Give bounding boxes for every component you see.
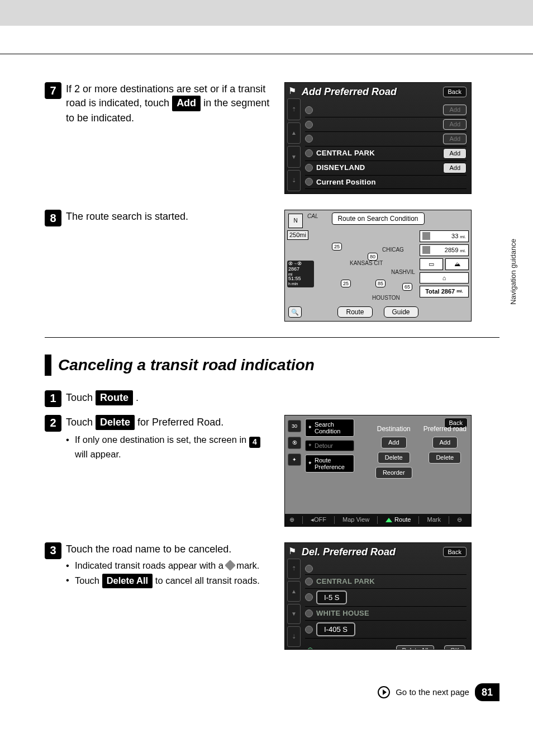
road-name-button[interactable]: I-405 S: [316, 622, 355, 637]
info-icon-a[interactable]: ▭: [420, 258, 443, 270]
cstep1-text: Touch Route .: [66, 390, 271, 405]
list-item[interactable]: WHITE HOUSE: [305, 607, 467, 621]
add-keyword: Add: [172, 96, 201, 111]
column-title: Destination: [377, 424, 411, 433]
list-item[interactable]: I-5 S: [305, 589, 467, 607]
scroll-down-icon[interactable]: ▼: [287, 604, 301, 625]
route-menu-item[interactable]: ✦Search Condition: [305, 419, 354, 437]
list-item-label: CENTRAL PARK: [316, 577, 467, 587]
cstep3-b2-a: Touch: [75, 575, 102, 585]
list-item[interactable]: Add: [305, 132, 467, 147]
cstep2-bullet-b: will appear.: [75, 449, 121, 459]
triangle-up-icon: [386, 518, 392, 522]
scroll-up-icon[interactable]: ▲: [287, 581, 301, 602]
step-number-2: 2: [45, 415, 61, 432]
list-item[interactable]: [305, 563, 467, 575]
menu-icon: ✦: [308, 425, 312, 431]
shield-1: 25: [332, 243, 342, 251]
left-icon-a[interactable]: ⦿: [288, 437, 301, 449]
zoom-out-icon[interactable]: ⊕: [289, 516, 294, 524]
scroll-bottom-icon[interactable]: ⇣: [287, 170, 301, 192]
side-tab-label: Navigation guidance: [510, 239, 517, 305]
cstep3-text-main: Touch the road name to be canceled.: [66, 544, 231, 555]
toll-icon: [422, 232, 430, 240]
step-number-1: 1: [45, 390, 61, 407]
compass-icon[interactable]: N: [288, 214, 303, 228]
road-icon: [422, 246, 430, 254]
waypoint-dot-icon: [305, 164, 313, 172]
guide-button[interactable]: Guide: [384, 306, 418, 318]
waypoint-dot-icon: [305, 593, 313, 601]
delete-all-button[interactable]: Delete All: [396, 645, 434, 650]
info-unit-1: mi.: [460, 234, 466, 239]
bottom-off[interactable]: ◂OFF: [311, 516, 326, 524]
route-columns: DestinationAddDeleteReorderPreferred roa…: [375, 424, 467, 479]
add-button[interactable]: Add: [443, 134, 467, 144]
reorder-button[interactable]: Reorder: [375, 467, 412, 479]
cstep2-bullet-a: If only one destination is set, the scre…: [75, 434, 249, 445]
screen-title: Add Preferred Road: [302, 85, 397, 98]
step-ref-4: 4: [249, 437, 260, 448]
info-icon-b[interactable]: ⛰: [445, 258, 469, 270]
waypoint-dot-icon: [305, 578, 313, 585]
scroll-top-icon[interactable]: ⇡: [287, 559, 301, 579]
info-val-1: 33: [451, 233, 458, 239]
route-menu-item[interactable]: ✦Route Preference: [305, 455, 354, 472]
waypoint-dot-icon: [305, 609, 313, 617]
list-item[interactable]: CENTRAL PARKAdd: [305, 147, 467, 161]
delete-button[interactable]: Delete: [378, 452, 410, 464]
add-button[interactable]: Add: [443, 119, 467, 130]
map-info-panel: 33 mi. 2859 mi. ▭ ⛰ ⌂ Total 2867 mi.: [420, 230, 469, 297]
cstep1-text-a: Touch: [66, 392, 96, 403]
info-icon-c[interactable]: ⌂: [420, 272, 469, 284]
left-icon-b[interactable]: ✦: [288, 453, 301, 466]
add-button[interactable]: Add: [381, 437, 407, 448]
add-button[interactable]: Add: [443, 163, 467, 173]
list-item[interactable]: I-405 S: [305, 621, 467, 639]
bottom-route[interactable]: Route: [386, 516, 411, 524]
section-heading: Canceling a transit road indication: [45, 355, 499, 376]
route-menu-screen: Back 30 ⦿ ✦ ✦Search Condition✦Detour✦Rou…: [284, 415, 472, 527]
route-left-icons: 30 ⦿ ✦: [286, 417, 303, 513]
cstep3-bullet-2: Touch Delete All to cancel all transit r…: [66, 574, 271, 588]
scroll-down-icon[interactable]: ▼: [287, 146, 301, 168]
road-name-button[interactable]: I-5 S: [316, 590, 347, 605]
map-top-label: Route on Search Condition: [331, 212, 424, 225]
route-keyword: Route: [96, 390, 133, 405]
add-button[interactable]: Add: [443, 105, 467, 115]
zoom-in-icon[interactable]: ⊖: [457, 516, 462, 524]
route-button[interactable]: Route: [337, 306, 372, 318]
total-val: Total 2867: [425, 287, 455, 296]
list-item[interactable]: Current Position: [305, 176, 467, 190]
add-button[interactable]: Add: [432, 437, 458, 448]
ok-button[interactable]: OK: [444, 645, 465, 650]
map-city-3: NASHVIL: [391, 268, 415, 276]
list-item[interactable]: Add: [305, 103, 467, 117]
menu-icon: ✦: [308, 461, 312, 466]
total-unit: mi.: [456, 289, 463, 295]
list-item-label: CENTRAL PARK: [316, 148, 440, 158]
info-val-2: 2859: [445, 247, 458, 253]
route-menu-item[interactable]: ✦Detour: [305, 440, 354, 451]
step-8-text: The route search is started.: [66, 210, 271, 223]
back-button[interactable]: Back: [443, 87, 467, 97]
add-button[interactable]: Add: [443, 148, 467, 159]
column-title: Preferred road: [423, 424, 467, 433]
scroll-bottom-icon[interactable]: ⇣: [287, 626, 301, 647]
add-list: AddAddAddCENTRAL PARKAddDISNEYLANDAddCur…: [303, 102, 471, 192]
back-button[interactable]: Back: [443, 547, 467, 557]
waypoint-dot-icon: [305, 106, 313, 114]
route-side-menu: ✦Search Condition✦Detour✦Route Preferenc…: [305, 419, 354, 472]
list-item[interactable]: Add: [305, 117, 467, 132]
delete-button[interactable]: Delete: [429, 452, 461, 464]
list-item-label: DISNEYLAND: [316, 163, 440, 173]
step-number-3: 3: [45, 542, 61, 559]
list-item[interactable]: DISNEYLANDAdd: [305, 161, 467, 176]
scroll-top-icon[interactable]: ⇡: [287, 98, 301, 120]
cstep3-text: Touch the road name to be canceled. Indi…: [66, 542, 271, 590]
scroll-up-icon[interactable]: ▲: [287, 122, 301, 144]
bottom-mark[interactable]: Mark: [427, 516, 440, 524]
list-item[interactable]: CENTRAL PARK: [305, 575, 467, 589]
map-city-1: CHICAG: [382, 246, 404, 254]
bottom-mapview[interactable]: Map View: [342, 516, 369, 524]
